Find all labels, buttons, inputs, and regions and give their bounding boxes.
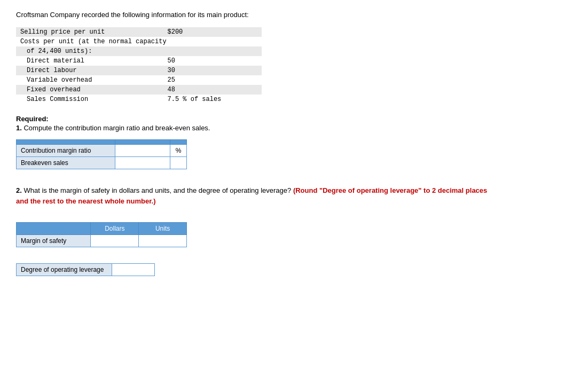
breakeven-sales-label: Breakeven sales <box>17 157 115 169</box>
col-header-dollars: Dollars <box>91 223 139 235</box>
info-row-label: Sales Commission <box>16 95 163 104</box>
margin-of-safety-dollars-cell <box>91 235 139 247</box>
percent-symbol: % <box>170 145 187 157</box>
table-row: Contribution margin ratio % <box>17 145 187 157</box>
info-row-label: Selling price per unit <box>16 27 163 37</box>
info-row-label: of 24,400 units): <box>16 46 163 56</box>
question2-text: 2. What is the margin of safety in dolla… <box>16 185 497 206</box>
info-row-label: Variable overhead <box>16 75 163 85</box>
breakeven-sales-input-cell <box>115 157 170 169</box>
breakeven-empty-cell <box>170 157 187 169</box>
degree-of-operating-leverage-input[interactable] <box>112 264 154 275</box>
breakeven-sales-input[interactable] <box>115 158 170 168</box>
info-row-label: Costs per unit (at the normal capacity <box>16 37 262 46</box>
info-row-value: 7.5 % of sales <box>163 95 262 104</box>
section2-block: 2. What is the margin of safety in dolla… <box>16 185 549 206</box>
col-header-units: Units <box>139 223 187 235</box>
margin-of-safety-label: Margin of safety <box>17 235 91 247</box>
col-header-percent <box>170 140 187 145</box>
contribution-margin-ratio-label: Contribution margin ratio <box>17 145 115 157</box>
col-header-label-empty <box>17 223 91 235</box>
col-header-value <box>115 140 170 145</box>
info-row-value: 50 <box>163 56 262 66</box>
degree-of-operating-leverage-cell <box>112 264 155 276</box>
degree-of-operating-leverage-label: Degree of operating leverage <box>17 264 112 276</box>
info-row-value: $200 <box>163 27 262 37</box>
table-row: Degree of operating leverage <box>17 264 155 276</box>
margin-of-safety-units-input[interactable] <box>139 236 186 246</box>
required-section: Required: 1. Compute the contribution ma… <box>16 115 549 132</box>
question1-text: 1. Compute the contribution margin ratio… <box>16 124 549 132</box>
contribution-margin-ratio-input[interactable] <box>115 145 170 156</box>
col-header-empty <box>17 140 115 145</box>
required-label: Required: <box>16 115 49 123</box>
answer-table-1: Contribution margin ratio % Breakeven sa… <box>16 139 187 169</box>
table-row: Breakeven sales <box>17 157 187 169</box>
contribution-margin-ratio-input-cell <box>115 145 170 157</box>
info-row-value: 30 <box>163 66 262 75</box>
info-row-label: Direct labour <box>16 66 163 75</box>
margin-of-safety-dollars-input[interactable] <box>91 236 138 246</box>
info-table: Selling price per unit $200 Costs per un… <box>16 27 262 104</box>
margin-of-safety-units-cell <box>139 235 187 247</box>
table-row: Margin of safety <box>17 235 187 247</box>
info-row-label: Fixed overhead <box>16 85 163 95</box>
info-row-label: Direct material <box>16 56 163 66</box>
answer-table-3: Degree of operating leverage <box>16 263 155 276</box>
intro-text: Croftsman Company recorded the following… <box>16 11 549 19</box>
info-row-value: 48 <box>163 85 262 95</box>
info-row-value: 25 <box>163 75 262 85</box>
answer-table-2: Dollars Units Margin of safety <box>16 222 187 247</box>
